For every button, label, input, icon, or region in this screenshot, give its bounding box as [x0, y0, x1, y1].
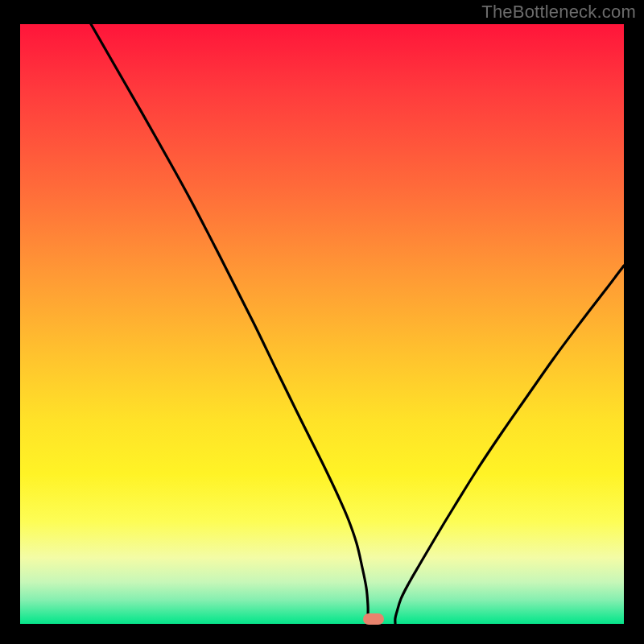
background-gradient: [20, 24, 624, 624]
chart-frame: TheBottleneck.com: [0, 0, 644, 644]
watermark-text: TheBottleneck.com: [481, 2, 636, 23]
optimal-marker: [363, 613, 384, 625]
plot-area: [20, 24, 624, 624]
